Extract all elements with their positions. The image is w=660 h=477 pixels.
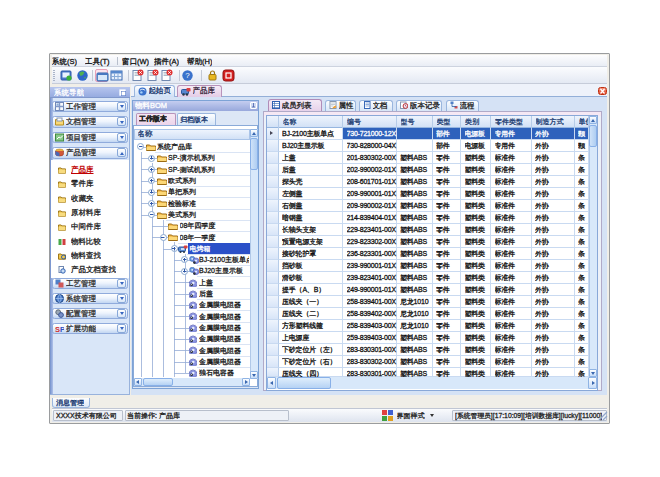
svg-text:SP: SP [55,324,64,333]
svg-text:?: ? [185,71,190,80]
